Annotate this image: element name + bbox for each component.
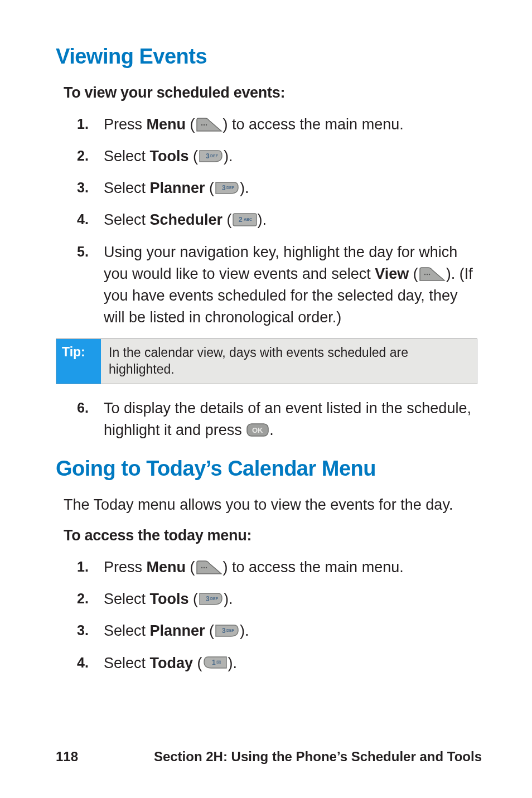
step-1-1: 1. Press Menu () to access the main menu… (77, 114, 482, 136)
subhead-view-events: To view your scheduled events: (64, 84, 482, 101)
menu-softkey-icon (195, 559, 223, 575)
step-number: 3. (77, 620, 89, 640)
svg-point-2 (205, 124, 206, 125)
step-1-4: 4. Select Scheduler (2ABC). (77, 209, 482, 231)
menu-softkey-icon (195, 117, 223, 132)
step-text: Select (104, 591, 150, 607)
step-number: 4. (77, 652, 89, 673)
svg-point-12 (429, 273, 430, 274)
key-3-icon: 3DEF (198, 149, 224, 163)
svg-text:3: 3 (206, 595, 210, 603)
step-text: ( (193, 655, 202, 671)
svg-text:DEF: DEF (226, 628, 235, 632)
step-text: Press (104, 116, 147, 133)
svg-text:DEF: DEF (210, 597, 219, 601)
step-2-4: 4. Select Today (1✉). (77, 652, 482, 674)
step-text: ). (224, 591, 233, 607)
step-number: 5. (77, 241, 89, 262)
step-bold: Planner (150, 180, 205, 196)
step-number: 6. (77, 398, 89, 418)
step-text: ). (258, 211, 267, 228)
svg-point-17 (205, 567, 206, 568)
svg-text:DEF: DEF (210, 154, 219, 158)
svg-text:✉: ✉ (216, 659, 221, 665)
svg-text:1: 1 (212, 659, 216, 666)
menu-softkey-icon (418, 266, 446, 282)
step-bold: Tools (150, 591, 189, 607)
step-text: ( (189, 148, 199, 165)
step-1-6: 6. To display the details of an event li… (77, 398, 482, 441)
steps-list-2: 1. Press Menu () to access the main menu… (56, 557, 482, 674)
heading-viewing-events: Viewing Events (56, 45, 482, 69)
tip-label: Tip: (56, 339, 101, 384)
step-number: 2. (77, 588, 89, 608)
svg-point-10 (424, 273, 425, 274)
svg-text:DEF: DEF (226, 186, 235, 190)
step-text: ). (240, 622, 249, 639)
key-3-icon: 3DEF (214, 623, 240, 638)
step-2-1: 1. Press Menu () to access the main menu… (77, 557, 482, 578)
step-number: 2. (77, 146, 89, 166)
svg-text:OK: OK (252, 426, 263, 434)
page-footer: 118 Section 2H: Using the Phone’s Schedu… (56, 749, 482, 765)
key-2-icon: 2ABC (232, 212, 258, 227)
step-text: Select (104, 180, 150, 196)
step-bold: View (375, 265, 409, 282)
step-text: ). (224, 148, 233, 165)
intro-text: The Today menu allows you to view the ev… (64, 496, 482, 514)
tip-box: Tip: In the calendar view, days with eve… (56, 338, 477, 384)
step-number: 4. (77, 209, 89, 229)
step-bold: Today (150, 655, 194, 671)
step-text: ( (223, 211, 232, 228)
step-bold: Tools (150, 148, 189, 165)
svg-text:ABC: ABC (244, 217, 252, 221)
step-bold: Menu (147, 116, 186, 133)
step-text: ) to access the main menu. (223, 559, 404, 575)
svg-text:3: 3 (222, 184, 226, 192)
step-text: ( (189, 591, 199, 607)
key-1-icon: 1✉ (202, 655, 228, 670)
svg-point-0 (201, 124, 202, 125)
svg-text:2: 2 (239, 216, 243, 224)
subhead-today-menu: To access the today menu: (64, 527, 482, 544)
step-text: Select (104, 148, 150, 165)
steps-list-1b: 6. To display the details of an event li… (56, 398, 482, 441)
step-text: Select (104, 622, 150, 639)
step-text: ( (205, 622, 215, 639)
svg-point-16 (203, 567, 204, 568)
step-bold: Scheduler (150, 211, 223, 228)
step-number: 3. (77, 177, 89, 197)
step-1-3: 3. Select Planner (3DEF). (77, 177, 482, 199)
step-text: ). (240, 180, 249, 196)
step-number: 1. (77, 557, 89, 577)
svg-point-15 (201, 567, 202, 568)
step-text: ( (186, 559, 195, 575)
tip-text: In the calendar view, days with events s… (101, 339, 477, 384)
svg-text:3: 3 (206, 152, 210, 160)
step-number: 1. (77, 114, 89, 134)
svg-point-1 (203, 124, 204, 125)
ok-key-icon: OK (246, 423, 269, 437)
step-text: Select (104, 211, 150, 228)
step-bold: Menu (147, 559, 186, 575)
step-2-3: 3. Select Planner (3DEF). (77, 620, 482, 642)
step-bold: Planner (150, 622, 205, 639)
svg-point-11 (427, 273, 428, 274)
step-text: ( (205, 180, 215, 196)
step-text: Select (104, 655, 150, 671)
key-3-icon: 3DEF (214, 181, 240, 195)
step-text: ( (186, 116, 195, 133)
step-1-2: 2. Select Tools (3DEF). (77, 146, 482, 167)
step-text: ). (228, 655, 238, 671)
step-text: ) to access the main menu. (223, 116, 404, 133)
steps-list-1: 1. Press Menu () to access the main menu… (56, 114, 482, 328)
key-3-icon: 3DEF (198, 592, 224, 606)
section-title: Section 2H: Using the Phone’s Scheduler … (154, 749, 482, 765)
step-text: To display the details of an event liste… (104, 400, 471, 438)
step-text: Press (104, 559, 147, 575)
svg-text:3: 3 (222, 627, 226, 635)
step-1-5: 5. Using your navigation key, highlight … (77, 241, 482, 329)
heading-today-menu: Going to Today’s Calendar Menu (56, 457, 482, 481)
page-number: 118 (56, 749, 78, 765)
step-text: ( (409, 265, 418, 282)
